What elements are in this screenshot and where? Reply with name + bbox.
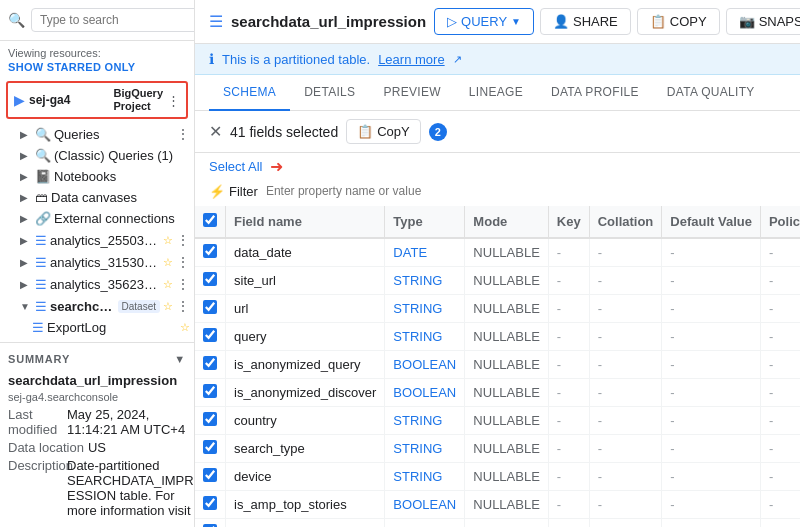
more-icon[interactable]: ⋮	[176, 232, 190, 248]
row-mode: NULLABLE	[465, 379, 548, 407]
sidebar-item-data-canvases[interactable]: ▶ 🗃 Data canvases	[0, 187, 194, 208]
row-policy: -	[760, 238, 800, 267]
fields-selected-label: 41 fields selected	[230, 124, 338, 140]
row-checkbox[interactable]	[195, 295, 226, 323]
snapshot-button[interactable]: 📷 SNAPSHOT	[726, 8, 800, 35]
row-checkbox[interactable]	[195, 267, 226, 295]
col-header-policy: Policy Tags ?	[760, 206, 800, 238]
row-mode: NULLABLE	[465, 491, 548, 519]
row-key: -	[548, 267, 589, 295]
col-header-checkbox	[195, 206, 226, 238]
row-checkbox[interactable]	[195, 519, 226, 528]
row-key: -	[548, 407, 589, 435]
schema-copy-button[interactable]: 📋 CopY	[346, 119, 421, 144]
star-icon[interactable]: ☆	[163, 278, 173, 291]
info-icon: ℹ	[209, 51, 214, 67]
tab-data-profile[interactable]: DATA PROFILE	[537, 75, 653, 111]
learn-more-link[interactable]: Learn more	[378, 52, 444, 67]
row-field-name: is_anonymized_query	[226, 351, 385, 379]
data-canvases-icon: 🗃	[35, 190, 48, 205]
sidebar-summary-section: SUMMARY ▼ searchdata_url_impression sej-…	[0, 342, 194, 527]
tab-schema[interactable]: SCHEMA	[209, 75, 290, 111]
row-checkbox[interactable]	[195, 379, 226, 407]
summary-key: Description	[8, 458, 63, 518]
project-header[interactable]: ▶ sej-ga4 BigQueryProject ⋮	[6, 81, 188, 119]
tab-lineage[interactable]: LINEAGE	[455, 75, 537, 111]
row-default: -	[662, 267, 761, 295]
project-icon: ▶	[14, 92, 25, 108]
row-checkbox[interactable]	[195, 323, 226, 351]
sidebar-item-notebooks[interactable]: ▶ 📓 Notebooks	[0, 166, 194, 187]
row-mode: NULLABLE	[465, 267, 548, 295]
tabs: SCHEMA DETAILS PREVIEW LINEAGE DATA PROF…	[195, 75, 800, 111]
row-policy: -	[760, 267, 800, 295]
col-header-collation: Collation	[589, 206, 662, 238]
row-checkbox[interactable]	[195, 407, 226, 435]
sidebar-item-analytics-1[interactable]: ▶ ☰ analytics_255033546 ☆ ⋮	[0, 229, 194, 251]
row-type: BOOLEAN	[385, 351, 465, 379]
sidebar-item-analytics-3[interactable]: ▶ ☰ analytics_356234683 ☆ ⋮	[0, 273, 194, 295]
row-policy: -	[760, 435, 800, 463]
more-icon[interactable]: ⋮	[176, 298, 190, 314]
sidebar-item-searchconsole[interactable]: ▼ ☰ searchconsole Dataset ☆ ⋮	[0, 295, 194, 317]
filter-input[interactable]	[266, 182, 786, 200]
table-row: site_url STRING NULLABLE - - - -	[195, 267, 800, 295]
schema-toolbar: ✕ 41 fields selected 📋 CopY 2	[195, 111, 800, 153]
row-default: -	[662, 491, 761, 519]
query-button[interactable]: ▷ QUERY ▼	[434, 8, 534, 35]
tab-preview[interactable]: PREVIEW	[369, 75, 454, 111]
row-policy: -	[760, 519, 800, 528]
star-icon[interactable]: ☆	[180, 321, 190, 334]
row-checkbox[interactable]	[195, 435, 226, 463]
row-mode: NULLABLE	[465, 435, 548, 463]
sidebar-item-analytics-2[interactable]: ▶ ☰ analytics_315309142 ☆ ⋮	[0, 251, 194, 273]
more-icon[interactable]: ⋮	[176, 254, 190, 270]
row-type: STRING	[385, 435, 465, 463]
row-field-name: query	[226, 323, 385, 351]
row-collation: -	[589, 295, 662, 323]
tab-data-quality[interactable]: DATA QUALITY	[653, 75, 769, 111]
copy-icon: 📋	[650, 14, 666, 29]
select-all-checkbox[interactable]	[203, 213, 217, 227]
project-more-icon[interactable]: ⋮	[167, 93, 180, 108]
search-input[interactable]	[31, 8, 195, 32]
close-selection-button[interactable]: ✕	[209, 122, 222, 141]
sidebar-item-classic-queries[interactable]: ▶ 🔍 (Classic) Queries (1)	[0, 145, 194, 166]
main-content: ☰ searchdata_url_impression ▷ QUERY ▼ 👤 …	[195, 0, 800, 527]
more-icon[interactable]: ⋮	[176, 276, 190, 292]
sidebar-item-queries[interactable]: ▶ 🔍 Queries ⋮	[0, 123, 194, 145]
more-icon[interactable]: ⋮	[176, 126, 190, 142]
copy-button[interactable]: 📋 COPY	[637, 8, 720, 35]
select-all-button[interactable]: Select All	[209, 159, 262, 174]
search-icon: 🔍	[8, 12, 25, 28]
star-icon[interactable]: ☆	[163, 256, 173, 269]
schema-table-body: data_date DATE NULLABLE - - - - site_url…	[195, 238, 800, 527]
star-icon[interactable]: ☆	[163, 300, 173, 313]
table-row: data_date DATE NULLABLE - - - -	[195, 238, 800, 267]
row-field-name: url	[226, 295, 385, 323]
row-policy: -	[760, 379, 800, 407]
summary-toggle[interactable]: SUMMARY ▼	[8, 349, 186, 369]
table-row: is_amp_blue_link BOOLEAN NULLABLE - - - …	[195, 519, 800, 528]
row-checkbox[interactable]	[195, 351, 226, 379]
sidebar-tree: ▶ sej-ga4 BigQueryProject ⋮ ▶ 🔍 Queries …	[0, 77, 194, 342]
row-checkbox[interactable]	[195, 491, 226, 519]
arrow-icon: ➜	[270, 157, 283, 176]
table-row: search_type STRING NULLABLE - - - -	[195, 435, 800, 463]
star-icon[interactable]: ☆	[163, 234, 173, 247]
row-key: -	[548, 491, 589, 519]
sidebar-item-exportlog[interactable]: ☰ ExportLog ☆	[0, 317, 194, 338]
sidebar-item-external-connections[interactable]: ▶ 🔗 External connections	[0, 208, 194, 229]
row-key: -	[548, 379, 589, 407]
row-checkbox[interactable]	[195, 238, 226, 267]
copy-label: CopY	[377, 124, 410, 139]
row-field-name: is_amp_blue_link	[226, 519, 385, 528]
row-key: -	[548, 519, 589, 528]
row-collation: -	[589, 323, 662, 351]
share-button[interactable]: 👤 SHARE	[540, 8, 631, 35]
tab-details[interactable]: DETAILS	[290, 75, 369, 111]
row-checkbox[interactable]	[195, 463, 226, 491]
show-starred-toggle[interactable]: SHOW STARRED ONLY	[0, 61, 194, 77]
row-policy: -	[760, 295, 800, 323]
row-key: -	[548, 295, 589, 323]
